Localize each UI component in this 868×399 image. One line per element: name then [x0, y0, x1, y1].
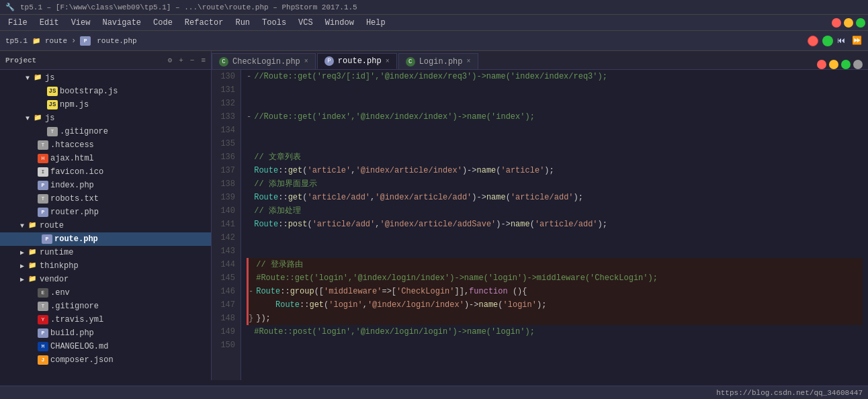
tab-checklogin[interactable]: C CheckLogin.php × — [212, 53, 316, 69]
menu-code[interactable]: Code — [148, 17, 178, 29]
code-punct: ); — [544, 164, 554, 177]
btn-close[interactable] — [832, 18, 841, 28]
sidebar-item-env[interactable]: ▶ E .env — [0, 286, 211, 300]
title-bar: 🔧 tp5.1 – [F:\www\class\web09\tp5.1] – .… — [0, 0, 868, 15]
code-indent — [256, 298, 275, 312]
line-num: 133 — [217, 110, 235, 124]
code-string: '@index/article/index' — [355, 164, 462, 177]
sidebar-item-bootstrap[interactable]: ▶ JS bootstrap.js — [0, 85, 211, 98]
menu-tools[interactable]: Tools — [257, 17, 292, 29]
code-punct: :: — [280, 285, 290, 298]
code-punct: , — [375, 218, 380, 231]
debug-icon[interactable]: ⏮ — [837, 36, 848, 46]
btn-minimize[interactable] — [844, 18, 853, 28]
folder-icon: 📁 — [27, 275, 38, 284]
line-num: 141 — [217, 218, 235, 231]
tab-close-icon[interactable]: × — [304, 58, 308, 65]
line-num: 140 — [217, 204, 235, 218]
sidebar-item-js2[interactable]: ▼ 📁 js — [0, 112, 211, 125]
chevron-right-icon: ▶ — [17, 249, 27, 257]
sidebar-item-label: .travis.yml — [50, 315, 103, 324]
sidebar-item-label: robots.txt — [50, 194, 99, 204]
code-string: 'article/add' — [535, 218, 598, 231]
sidebar-item-build[interactable]: ▶ P build.php — [0, 326, 211, 340]
code-comment: //Route::get('index','@index/index/index… — [254, 110, 535, 124]
sidebar-item-runtime[interactable]: ▶ 📁 runtime — [0, 246, 211, 259]
menu-run[interactable]: Run — [230, 17, 255, 29]
sidebar-item-label: npm.js — [60, 100, 89, 109]
sidebar-item-route-php[interactable]: ▶ P route.php — [0, 232, 211, 246]
sidebar-item-favicon[interactable]: ▶ I favicon.ico — [0, 165, 211, 179]
sidebar-item-js1[interactable]: ▼ 📁 js — [0, 71, 211, 85]
tab-route[interactable]: P route.php × — [317, 53, 397, 69]
sidebar-item-changelog[interactable]: ▶ M CHANGELOG.md — [0, 340, 211, 353]
toolbar-folder: route — [45, 37, 67, 45]
circle-yellow — [829, 60, 838, 69]
sidebar-item-thinkphp[interactable]: ▶ 📁 thinkphp — [0, 259, 211, 273]
menu-file[interactable]: File — [3, 17, 33, 29]
line-num: 149 — [217, 325, 235, 339]
txt-file-icon: T — [38, 302, 48, 311]
line-num: 131 — [217, 83, 235, 97]
sidebar-item-vendor[interactable]: ▶ 📁 vendor — [0, 273, 211, 286]
run-btn[interactable] — [822, 36, 833, 46]
code-comment: #Route::get('login','@index/login/index'… — [256, 271, 658, 285]
php-file-icon: P — [38, 181, 48, 190]
folder-icon: 📁 — [32, 73, 43, 83]
folder-icon: 📁 — [32, 114, 43, 123]
sidebar-item-npm[interactable]: ▶ JS npm.js — [0, 98, 211, 112]
menu-edit[interactable]: Edit — [34, 17, 64, 29]
txt-file-icon: T — [38, 140, 48, 150]
sidebar-item-router[interactable]: ▶ P router.php — [0, 206, 211, 219]
php-file-icon: P — [42, 234, 52, 244]
code-punct: ); — [574, 191, 583, 204]
code-line-130: - //Route::get('req3/[:id]','@index/inde… — [247, 70, 863, 83]
sidebar-item-htaccess[interactable]: ▶ T .htaccess — [0, 138, 211, 152]
circle-red — [817, 60, 826, 69]
code-punct: :: — [300, 298, 309, 312]
menu-refactor[interactable]: Refactor — [179, 17, 229, 29]
btn-maximize[interactable] — [856, 18, 865, 28]
line-num: 145 — [217, 271, 235, 285]
tab-close-icon[interactable]: × — [466, 58, 470, 65]
sidebar-action-minus[interactable]: − — [190, 56, 195, 64]
line-num: 139 — [217, 191, 235, 204]
sidebar-item-index-php[interactable]: ▶ P index.php — [0, 179, 211, 192]
code-lines[interactable]: - //Route::get('req3/[:id]','@index/inde… — [241, 70, 868, 380]
menu-vcs[interactable]: VCS — [293, 17, 318, 29]
menu-view[interactable]: View — [66, 17, 96, 29]
code-comment: //Route::get('req3/[:id]','@index/index/… — [254, 70, 607, 83]
menu-help[interactable]: Help — [361, 17, 391, 29]
code-string: 'article/add' — [307, 191, 370, 204]
code-class: Route — [254, 191, 278, 204]
code-method: post — [288, 218, 308, 231]
sidebar-item-robots[interactable]: ▶ T robots.txt — [0, 192, 211, 206]
sidebar-item-travis[interactable]: ▶ Y .travis.yml — [0, 313, 211, 326]
txt-file-icon: T — [38, 194, 48, 204]
menu-navigate[interactable]: Navigate — [97, 17, 146, 29]
code-line-136: - // 文章列表 — [247, 150, 863, 164]
sidebar-item-route-folder[interactable]: ▼ 📁 route — [0, 219, 211, 232]
sidebar-title: Project — [5, 56, 36, 64]
sidebar-action-plus[interactable]: + — [179, 56, 183, 64]
code-class: Route — [256, 285, 280, 298]
run-stop-btn[interactable] — [808, 36, 818, 46]
code-method: group — [290, 285, 314, 298]
tab-login[interactable]: C Login.php × — [398, 53, 478, 69]
sidebar-item-gitignore2[interactable]: ▶ T .gitignore — [0, 300, 211, 313]
sidebar-action-collapse[interactable]: ≡ — [201, 56, 206, 64]
chevron-down-icon: ▼ — [23, 115, 32, 122]
tab-close-icon[interactable]: × — [386, 58, 390, 65]
code-method: name — [479, 298, 498, 312]
sidebar-item-composer[interactable]: ▶ J composer.json — [0, 353, 211, 367]
menu-window[interactable]: Window — [320, 17, 359, 29]
code-method: get — [309, 298, 324, 312]
code-line-142 — [247, 231, 863, 245]
line-num: 146 — [217, 285, 235, 298]
step-over-icon[interactable]: ⏩ — [852, 36, 863, 46]
sidebar-item-label: .htaccess — [50, 140, 94, 150]
sidebar-item-ajax[interactable]: ▶ H ajax.html — [0, 152, 211, 165]
sidebar-action-gear[interactable]: ⚙ — [168, 56, 173, 64]
code-string: 'middleware' — [324, 285, 382, 298]
sidebar-item-gitignore1[interactable]: ▶ T .gitignore — [0, 125, 211, 138]
